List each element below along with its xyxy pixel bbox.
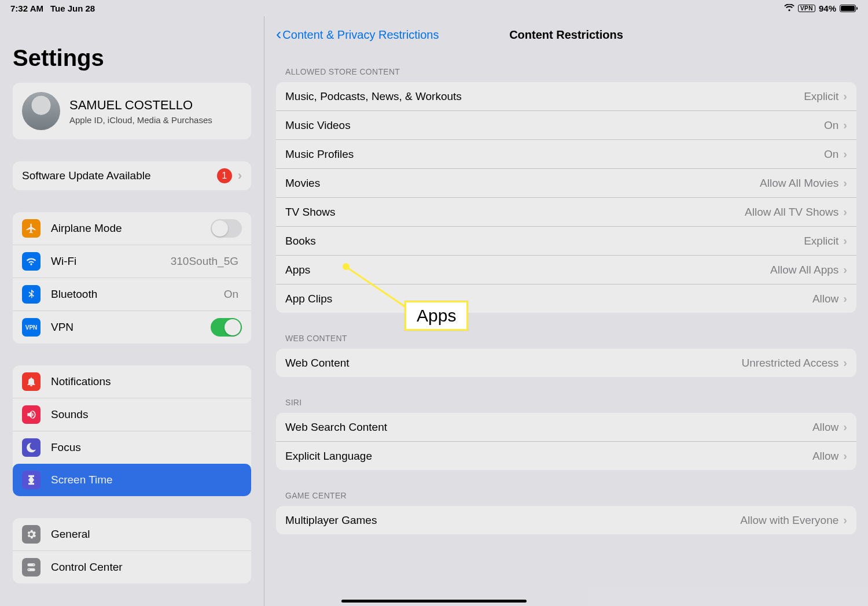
nav-bar: ‹ Content & Privacy Restrictions Content… xyxy=(264,16,868,49)
app-clips-row[interactable]: App ClipsAllow› xyxy=(276,284,856,313)
focus-label: Focus xyxy=(51,441,242,454)
annotation-callout: Apps xyxy=(404,301,468,331)
wifi-value: 310South_5G xyxy=(171,255,238,268)
back-label: Content & Privacy Restrictions xyxy=(282,28,439,42)
profile-subtitle: Apple ID, iCloud, Media & Purchases xyxy=(69,115,212,125)
control-center-row[interactable]: Control Center xyxy=(13,550,251,583)
vpn-toggle[interactable] xyxy=(211,318,242,337)
update-badge: 1 xyxy=(217,168,232,183)
software-update-label: Software Update Available xyxy=(22,169,217,182)
detail-pane: ‹ Content & Privacy Restrictions Content… xyxy=(264,16,868,606)
chevron-right-icon: › xyxy=(843,205,847,219)
vpn-row[interactable]: VPN VPN xyxy=(13,311,251,343)
bluetooth-icon xyxy=(22,285,41,304)
profile-card[interactable]: SAMUEL COSTELLO Apple ID, iCloud, Media … xyxy=(13,83,251,139)
wifi-settings-icon xyxy=(22,252,41,271)
general-label: General xyxy=(51,528,242,541)
siri-group: Web Search ContentAllow› Explicit Langua… xyxy=(276,413,856,470)
notifications-row[interactable]: Notifications xyxy=(13,365,251,398)
web-content-group: Web ContentUnrestricted Access› xyxy=(276,349,856,377)
tv-shows-row[interactable]: TV ShowsAllow All TV Shows› xyxy=(276,197,856,226)
profile-name: SAMUEL COSTELLO xyxy=(69,98,212,113)
focus-icon xyxy=(22,438,41,457)
chevron-right-icon: › xyxy=(843,513,847,527)
home-indicator[interactable] xyxy=(341,600,527,603)
focus-row[interactable]: Focus xyxy=(13,431,251,464)
battery-icon xyxy=(840,5,858,12)
music-podcasts-row[interactable]: Music, Podcasts, News, & WorkoutsExplici… xyxy=(276,82,856,110)
vpn-icon: VPN xyxy=(22,318,41,337)
control-center-icon xyxy=(22,558,41,577)
settings-title: Settings xyxy=(13,45,251,71)
chevron-right-icon: › xyxy=(843,234,847,247)
chevron-right-icon: › xyxy=(843,147,847,161)
screen-time-icon xyxy=(22,471,41,489)
sounds-row[interactable]: Sounds xyxy=(13,398,251,431)
chevron-right-icon: › xyxy=(843,292,847,305)
back-button[interactable]: ‹ Content & Privacy Restrictions xyxy=(276,27,439,42)
airplane-icon xyxy=(22,219,41,238)
chevron-right-icon: › xyxy=(843,420,847,434)
control-center-label: Control Center xyxy=(51,561,242,574)
music-profiles-row[interactable]: Music ProfilesOn› xyxy=(276,139,856,168)
chevron-right-icon: › xyxy=(238,168,242,183)
siri-header: SIRI xyxy=(264,398,868,413)
books-row[interactable]: BooksExplicit› xyxy=(276,226,856,255)
wifi-row[interactable]: Wi-Fi 310South_5G xyxy=(13,245,251,278)
airplane-mode-row[interactable]: Airplane Mode xyxy=(13,212,251,245)
general-icon xyxy=(22,525,41,544)
general-row[interactable]: General xyxy=(13,518,251,550)
chevron-right-icon: › xyxy=(843,119,847,132)
sounds-label: Sounds xyxy=(51,408,242,421)
airplane-mode-label: Airplane Mode xyxy=(51,222,211,235)
game-center-header: GAME CENTER xyxy=(264,491,868,506)
sounds-icon xyxy=(22,405,41,424)
chevron-right-icon: › xyxy=(843,356,847,369)
software-update-row[interactable]: Software Update Available 1 › xyxy=(13,161,251,190)
notifications-icon xyxy=(22,372,41,391)
chevron-right-icon: › xyxy=(843,176,847,190)
notifications-label: Notifications xyxy=(51,375,242,388)
web-search-content-row[interactable]: Web Search ContentAllow› xyxy=(276,413,856,441)
chevron-right-icon: › xyxy=(843,90,847,103)
bluetooth-row[interactable]: Bluetooth On xyxy=(13,278,251,311)
status-date: Tue Jun 28 xyxy=(50,3,95,13)
screen-time-row[interactable]: Screen Time xyxy=(13,464,251,496)
avatar xyxy=(22,92,60,130)
chevron-right-icon: › xyxy=(843,449,847,463)
wifi-label: Wi-Fi xyxy=(51,255,171,268)
airplane-mode-toggle[interactable] xyxy=(211,219,242,238)
web-content-row[interactable]: Web ContentUnrestricted Access› xyxy=(276,349,856,377)
page-title: Content Restrictions xyxy=(509,28,623,42)
multiplayer-games-row[interactable]: Multiplayer GamesAllow with Everyone› xyxy=(276,506,856,534)
chevron-left-icon: ‹ xyxy=(276,26,281,42)
explicit-language-row[interactable]: Explicit LanguageAllow› xyxy=(276,441,856,470)
status-time: 7:32 AM xyxy=(10,3,43,13)
status-bar: 7:32 AM Tue Jun 28 VPN 94% xyxy=(0,0,868,16)
movies-row[interactable]: MoviesAllow All Movies› xyxy=(276,168,856,197)
wifi-icon xyxy=(784,3,795,13)
chevron-right-icon: › xyxy=(843,263,847,276)
battery-percent: 94% xyxy=(819,3,836,13)
vpn-badge: VPN xyxy=(798,5,815,12)
settings-sidebar: Settings SAMUEL COSTELLO Apple ID, iClou… xyxy=(0,16,264,606)
bluetooth-label: Bluetooth xyxy=(51,288,224,301)
bluetooth-value: On xyxy=(224,288,238,301)
vpn-label: VPN xyxy=(51,321,211,334)
screen-time-label: Screen Time xyxy=(51,474,242,486)
allowed-store-header: ALLOWED STORE CONTENT xyxy=(264,67,868,82)
music-videos-row[interactable]: Music VideosOn› xyxy=(276,110,856,139)
web-content-header: WEB CONTENT xyxy=(264,334,868,349)
game-center-group: Multiplayer GamesAllow with Everyone› xyxy=(276,506,856,534)
